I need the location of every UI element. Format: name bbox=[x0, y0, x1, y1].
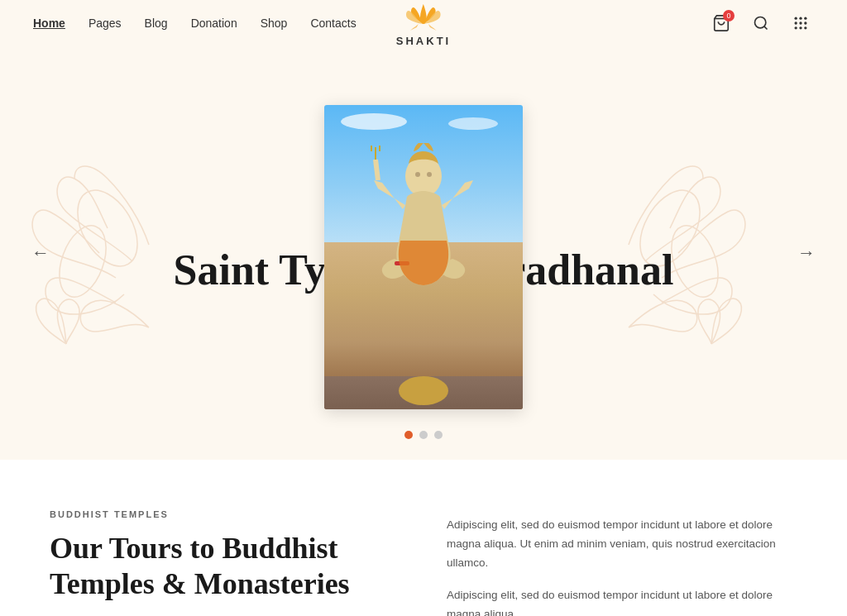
cart-badge: 0 bbox=[723, 10, 735, 21]
lotus-icon bbox=[404, 0, 443, 33]
section-title-line1: Our Tours to Buddhist bbox=[50, 532, 338, 565]
svg-point-4 bbox=[804, 17, 806, 20]
svg-point-3 bbox=[799, 17, 802, 20]
svg-point-10 bbox=[804, 26, 806, 29]
svg-point-16 bbox=[415, 172, 420, 177]
hero-layout: ← Saint Tyagaraja Aradhanal bbox=[0, 50, 847, 456]
header-actions: 0 bbox=[708, 10, 814, 36]
site-logo[interactable]: SHAKTI bbox=[396, 0, 451, 47]
content-section: BUDDHIST TEMPLES Our Tours to Buddhist T… bbox=[0, 460, 847, 616]
section-tag: BUDDHIST TEMPLES bbox=[50, 509, 397, 519]
svg-point-5 bbox=[795, 21, 797, 24]
dot-1[interactable] bbox=[404, 431, 413, 439]
slide-dots bbox=[404, 431, 443, 439]
grid-icon bbox=[792, 15, 809, 31]
content-right: Adipiscing elit, sed do euismod tempor i… bbox=[447, 509, 797, 616]
hero-section: ← Saint Tyagaraja Aradhanal bbox=[0, 46, 847, 460]
search-icon bbox=[753, 15, 769, 31]
nav-shop[interactable]: Shop bbox=[261, 17, 288, 30]
section-title-line2: Temples & Monasteries bbox=[50, 567, 350, 600]
prev-slide-button[interactable]: ← bbox=[25, 236, 56, 270]
cart-button[interactable]: 0 bbox=[708, 10, 735, 36]
nav-home[interactable]: Home bbox=[33, 17, 65, 30]
stone-base bbox=[324, 376, 523, 409]
content-left: BUDDHIST TEMPLES Our Tours to Buddhist T… bbox=[50, 509, 397, 602]
cloud-decoration bbox=[341, 113, 407, 130]
svg-point-1 bbox=[755, 17, 766, 28]
svg-point-2 bbox=[795, 17, 797, 20]
logo-text: SHAKTI bbox=[396, 35, 451, 47]
dot-2[interactable] bbox=[419, 431, 428, 439]
hero-image bbox=[324, 105, 523, 409]
nav-contacts[interactable]: Contacts bbox=[310, 17, 356, 30]
cloud-decoration-2 bbox=[448, 117, 498, 130]
svg-point-9 bbox=[799, 26, 802, 29]
nav-donation[interactable]: Donation bbox=[191, 17, 237, 30]
content-para-2: Adipiscing elit, sed do euismod tempor i… bbox=[447, 586, 797, 616]
lion-decoration bbox=[399, 376, 448, 405]
svg-point-8 bbox=[795, 26, 797, 29]
svg-point-6 bbox=[799, 21, 802, 24]
content-para-1: Adipiscing elit, sed do euismod tempor i… bbox=[447, 516, 797, 573]
statue-svg bbox=[341, 143, 506, 325]
svg-point-17 bbox=[427, 172, 432, 177]
svg-point-7 bbox=[804, 21, 806, 24]
section-title: Our Tours to Buddhist Temples & Monaster… bbox=[50, 531, 397, 602]
dot-3[interactable] bbox=[434, 431, 443, 439]
next-slide-button[interactable]: → bbox=[791, 236, 822, 270]
nav-pages[interactable]: Pages bbox=[89, 17, 122, 30]
grid-menu-button[interactable] bbox=[787, 10, 814, 36]
site-header: Home Pages Blog Donation Shop Contacts S… bbox=[0, 0, 847, 46]
search-button[interactable] bbox=[748, 10, 774, 36]
main-nav: Home Pages Blog Donation Shop Contacts bbox=[33, 17, 357, 30]
ground-area bbox=[324, 242, 523, 409]
nav-blog[interactable]: Blog bbox=[145, 17, 168, 30]
